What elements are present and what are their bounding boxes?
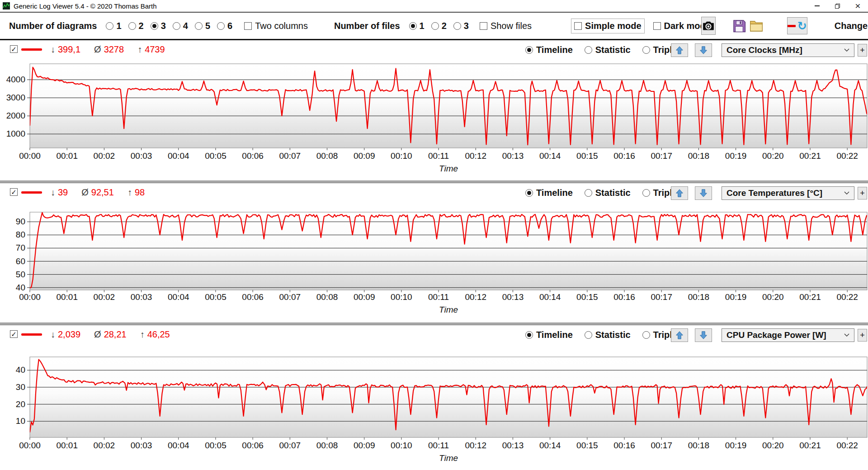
statistic-radio[interactable]: Statistic [585,45,631,55]
svg-text:00:14: 00:14 [539,292,561,302]
files-radio-3[interactable]: 3 [453,21,469,31]
chart-cpu-package-power[interactable]: 1020304000:0000:0100:0200:0300:0400:0500… [0,345,868,470]
series-visible-checkbox[interactable]: ✓ [10,330,18,338]
move-down-icon [699,189,708,198]
svg-text:00:06: 00:06 [242,151,264,161]
minimize-icon [815,5,820,6]
series-visible-checkbox[interactable]: ✓ [10,188,18,196]
dark-mode-checkbox[interactable]: ✓Dark mod [653,21,706,31]
move-diagram-up-button[interactable] [671,186,688,200]
window-titlebar: Generic Log Viewer 5.4 - © 2020 Thomas B… [0,0,868,13]
series-visible-checkbox[interactable]: ✓ [10,45,18,53]
svg-text:2000: 2000 [6,111,25,120]
stat-avg: 3278 [104,44,124,55]
metric-combobox[interactable]: Core Temperatures [°C] [722,186,854,200]
svg-text:00:07: 00:07 [279,441,301,450]
move-down-icon [699,331,708,340]
chart-core-temperatures[interactable]: 40506070809000:0000:0100:0200:0300:0400:… [0,203,868,324]
chart-core-clocks[interactable]: 100020003000400000:0000:0100:0200:0300:0… [0,60,868,182]
refresh-icon: ↻ [797,20,807,32]
move-diagram-up-button[interactable] [671,328,688,342]
diagrams-radio-4[interactable]: 4 [173,21,188,31]
svg-text:20: 20 [16,399,25,409]
files-radio-2[interactable]: 2 [431,21,447,31]
svg-text:00:22: 00:22 [836,151,858,161]
simple-mode-checkbox[interactable]: ✓Simple mode [574,21,641,31]
two-columns-checkbox[interactable]: ✓Two columns [244,21,308,31]
diagrams-radio-2[interactable]: 2 [128,21,144,31]
svg-text:00:18: 00:18 [688,151,710,161]
svg-text:00:22: 00:22 [836,292,858,302]
move-diagram-down-button[interactable] [695,186,712,200]
number-of-diagrams-group: 1 2 3 4 5 6 [102,21,232,31]
diagrams-radio-1[interactable]: 1 [106,21,121,31]
files-radio-1[interactable]: 1 [409,21,425,31]
svg-text:00:21: 00:21 [799,292,821,302]
add-value-button[interactable]: + [858,329,867,342]
add-value-button[interactable]: + [858,44,867,57]
series-color-swatch[interactable] [21,48,42,51]
statistic-radio[interactable]: Statistic [585,330,631,340]
svg-text:40: 40 [16,365,25,375]
show-files-checkbox[interactable]: ✓Show files [480,21,532,31]
restore-button[interactable] [827,0,848,12]
stat-avg: 92,51 [91,187,114,198]
svg-text:00:01: 00:01 [56,441,78,450]
svg-text:00:12: 00:12 [465,151,486,161]
timeline-radio[interactable]: Timeline [525,330,573,340]
move-diagram-down-button[interactable] [695,328,712,342]
svg-text:00:17: 00:17 [651,292,672,302]
minimize-button[interactable] [807,0,827,12]
svg-text:00:14: 00:14 [539,441,561,450]
svg-text:00:17: 00:17 [651,441,672,450]
statistic-radio[interactable]: Statistic [585,188,631,198]
svg-text:00:21: 00:21 [799,151,821,161]
svg-text:00:05: 00:05 [205,151,226,161]
svg-text:00:11: 00:11 [428,292,449,302]
open-file-button[interactable] [749,18,764,34]
svg-text:Time: Time [439,305,458,314]
move-diagram-up-button[interactable] [671,43,688,57]
line-style-refresh-button[interactable]: ↻ [787,17,807,34]
close-button[interactable]: × [848,0,868,12]
view-mode-group: Timeline Statistic Triple [525,45,677,55]
stat-max: 46,25 [147,329,170,340]
screenshot-button[interactable] [701,17,716,35]
series-stats: ↓399,1 Ø3278 ↑4739 [51,44,165,55]
max-arrow-icon: ↑ [140,329,145,340]
svg-text:00:20: 00:20 [762,292,784,302]
diagrams-radio-5[interactable]: 5 [195,21,210,31]
svg-text:00:00: 00:00 [19,441,41,450]
svg-text:00:07: 00:07 [279,292,301,302]
svg-text:00:10: 00:10 [391,441,412,450]
diagrams-radio-3[interactable]: 3 [151,21,166,31]
move-diagram-down-button[interactable] [695,43,712,57]
svg-text:00:02: 00:02 [94,151,115,161]
svg-text:70: 70 [16,243,25,252]
series-color-swatch[interactable] [21,191,42,194]
simple-mode-focus-ring: ✓Simple mode [571,19,644,33]
svg-text:00:19: 00:19 [725,292,747,302]
stat-max: 98 [135,187,145,198]
metric-combobox[interactable]: Core Clocks [MHz] [722,43,854,57]
timeline-radio[interactable]: Timeline [525,45,573,55]
svg-text:10: 10 [16,416,25,426]
svg-text:00:20: 00:20 [762,151,784,161]
svg-text:00:11: 00:11 [428,441,449,450]
timeline-radio[interactable]: Timeline [525,188,573,198]
svg-text:40: 40 [16,283,25,292]
svg-text:00:15: 00:15 [576,292,598,302]
svg-text:00:06: 00:06 [242,292,264,302]
camera-icon [702,19,715,33]
diagram-panel-2: ✓ ↓39 Ø92,51 ↑98 Timeline Statistic Trip… [0,183,868,323]
svg-text:00:10: 00:10 [391,292,412,302]
close-icon: × [855,0,860,11]
diagrams-radio-6[interactable]: 6 [217,21,232,31]
metric-combobox[interactable]: CPU Package Power [W] [722,328,854,342]
series-color-swatch[interactable] [21,333,42,336]
add-value-button[interactable]: + [858,187,867,199]
save-button[interactable] [732,18,746,34]
diagram-3-header: ✓ ↓2,039 Ø28,21 ↑46,25 Timeline Statisti… [0,325,868,345]
svg-text:00:13: 00:13 [502,292,524,302]
svg-text:00:17: 00:17 [651,151,672,161]
